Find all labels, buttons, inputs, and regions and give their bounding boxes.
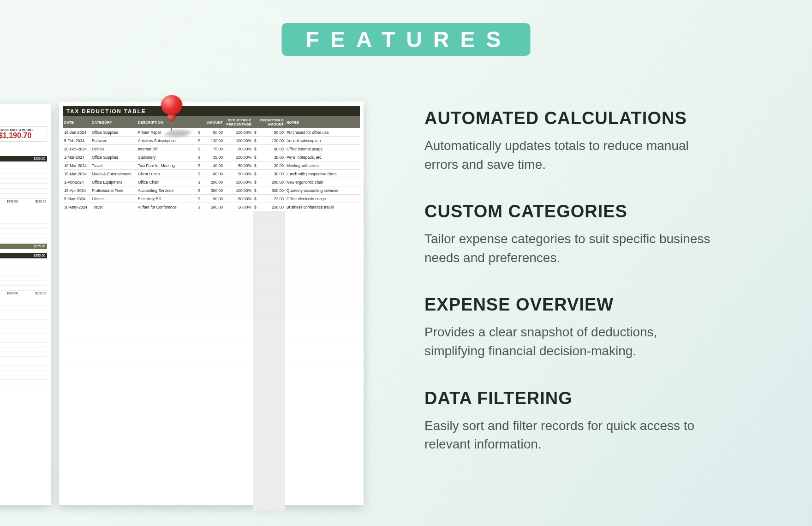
footer-amount: $300.00 xyxy=(7,292,18,295)
table-title: TAX DEDUCTION TABLE xyxy=(63,106,360,116)
col-amount: AMOUNT xyxy=(197,116,224,128)
section-subtotal-bar: $275.00 xyxy=(0,244,47,249)
total-card: TOTAL DEDUCTABLE AMOUNT $1,190.70 xyxy=(0,126,47,142)
rule-grid xyxy=(0,301,47,384)
footer-amount: $490.00 xyxy=(7,200,18,203)
mini-footer: $383.20 $392.00 $490.00 $270.00 xyxy=(0,200,47,203)
mini-footer: $300.00 $300.00 xyxy=(0,292,47,295)
table-head: DATE CATEGORY DESCRIPTION AMOUNT DEDUCTI… xyxy=(63,116,360,128)
col-date: DATE xyxy=(63,116,90,128)
table-row: 20-Feb-2024UtilitiesInternet Bill75.0080… xyxy=(63,145,360,153)
feature-block: DATA FILTERING Easily sort and filter re… xyxy=(424,389,720,454)
feature-body: Easily sort and filter records for quick… xyxy=(424,417,720,454)
deduction-table: DATE CATEGORY DESCRIPTION AMOUNT DEDUCTI… xyxy=(63,116,360,511)
feature-block: EXPENSE OVERVIEW Provides a clear snapsh… xyxy=(424,295,720,360)
table-row: 15-Apr-2024Professional FeesAccounting S… xyxy=(63,186,360,195)
table-row: 10-Mar-2024TravelTaxi Fare for Meeting40… xyxy=(63,161,360,170)
mini-grid xyxy=(0,219,47,239)
col-pct: DEDUCTIBLE PERCENTAGE xyxy=(224,116,253,128)
section-amount: $275.00 xyxy=(34,244,47,248)
spreadsheet-right-paper: TAX DEDUCTION TABLE DATE CATEGORY DESCRI… xyxy=(59,102,364,505)
table-row: 1-Apr-2024Office EquipmentOffice Chair20… xyxy=(63,178,360,186)
mini-grid xyxy=(0,260,47,291)
col-ded: DEDUCTIBLE AMOUNT xyxy=(253,116,285,128)
table-row: 1-Mar-2024Office SuppliesStationery35.00… xyxy=(63,153,360,161)
features-column: AUTOMATED CALCULATIONS Automatically upd… xyxy=(424,108,720,482)
section-amount: $300.00 xyxy=(34,253,47,257)
section-heading: EW xyxy=(0,148,47,152)
mini-grid xyxy=(0,163,47,199)
total-label: TOTAL DEDUCTABLE AMOUNT xyxy=(0,128,45,132)
section-total-bar: $300.00 xyxy=(0,253,47,258)
feature-body: Provides a clear snapshot of deductions,… xyxy=(424,323,720,360)
table-row: 30-May-2024TravelAirfare for Conference5… xyxy=(63,203,360,211)
company-crumb: any Website | Company Number xyxy=(0,108,47,112)
feature-title: DATA FILTERING xyxy=(424,389,720,408)
footer-amount: $270.00 xyxy=(36,200,47,203)
table-row: 5-Feb-2024SoftwareAntivirus Subscription… xyxy=(63,137,360,145)
section-total-bar: $326.20 xyxy=(0,156,47,161)
table-row: 15-Jan-2024Office SuppliesPrinter Paper5… xyxy=(63,128,360,137)
spreadsheet-left-paper: any Website | Company Number DUCTION TRA… xyxy=(0,104,51,505)
feature-block: CUSTOM CATEGORIES Tailor expense categor… xyxy=(424,202,720,267)
table-row: 5-May-2024UtilitiesElectricity Bill90.00… xyxy=(63,195,360,203)
features-banner: FEATURES xyxy=(281,23,530,56)
total-value: $1,190.70 xyxy=(0,132,45,140)
feature-block: AUTOMATED CALCULATIONS Automatically upd… xyxy=(424,108,720,174)
table-row: 15-Mar-2024Meals & EntertainmentClient L… xyxy=(63,170,360,178)
col-cat: CATEGORY xyxy=(90,116,137,128)
feature-title: CUSTOM CATEGORIES xyxy=(424,202,720,221)
pushpin-icon xyxy=(155,92,191,134)
feature-title: EXPENSE OVERVIEW xyxy=(424,295,720,315)
feature-body: Tailor expense categories to suit specif… xyxy=(424,230,720,267)
col-notes: NOTES xyxy=(285,116,360,128)
section-sub: ount xyxy=(0,214,47,217)
section-heading: EW xyxy=(0,209,47,214)
feature-title: AUTOMATED CALCULATIONS xyxy=(424,108,720,128)
table-body: 15-Jan-2024Office SuppliesPrinter Paper5… xyxy=(63,128,360,211)
spreadsheet-mock-area: any Website | Company Number DUCTION TRA… xyxy=(0,102,364,526)
footer-amount: $300.00 xyxy=(36,292,47,295)
feature-body: Automatically updates totals to reduce m… xyxy=(424,137,720,174)
table-filler xyxy=(63,211,360,511)
section-amount: $326.20 xyxy=(34,156,47,160)
